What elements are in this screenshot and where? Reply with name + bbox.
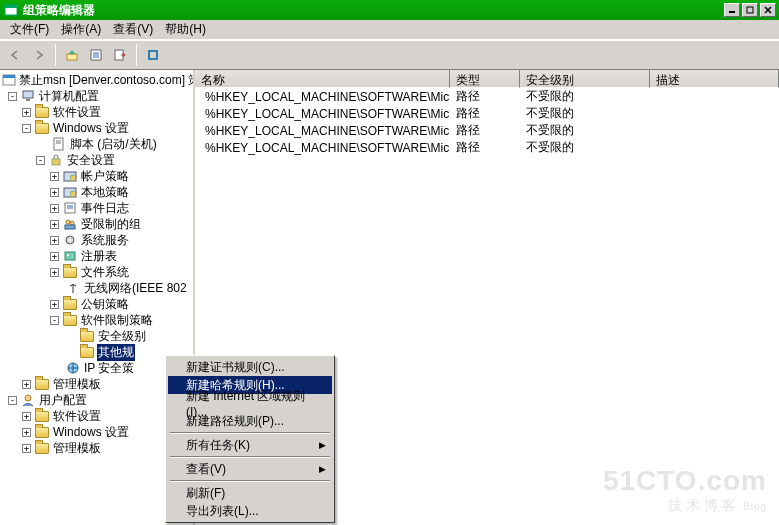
expand-icon[interactable]: + <box>50 172 59 181</box>
gear-icon <box>62 232 78 248</box>
col-type[interactable]: 类型 <box>450 70 520 88</box>
svg-rect-17 <box>54 138 63 150</box>
context-menu: 新建证书规则(C)... 新建哈希规则(H)... 新建 Internet 区域… <box>165 355 335 523</box>
col-name[interactable]: 名称 <box>195 70 450 88</box>
rule-type: 路径 <box>450 139 520 156</box>
folder-icon <box>34 104 50 120</box>
ctx-export-list[interactable]: 导出列表(L)... <box>168 502 332 520</box>
minimize-button[interactable] <box>724 3 740 17</box>
expand-icon[interactable]: + <box>50 252 59 261</box>
expand-icon[interactable]: + <box>50 204 59 213</box>
policy-folder-icon <box>62 184 78 200</box>
folder-icon <box>34 424 50 440</box>
folder-icon <box>34 408 50 424</box>
tree-root[interactable]: 禁止msn [Denver.contoso.com] 策 <box>0 72 193 88</box>
ctx-separator <box>170 480 330 482</box>
tree-account-policy[interactable]: +帐户策略 <box>0 168 193 184</box>
rule-type: 路径 <box>450 88 520 105</box>
list-row[interactable]: %HKEY_LOCAL_MACHINE\SOFTWARE\Micro... 路径… <box>195 139 779 156</box>
ctx-new-cert-rule[interactable]: 新建证书规则(C)... <box>168 358 332 376</box>
folder-icon <box>62 296 78 312</box>
close-button[interactable] <box>760 3 776 17</box>
tree-wireless[interactable]: 无线网络(IEEE 802 <box>0 280 193 296</box>
folder-icon <box>34 120 50 136</box>
script-icon <box>51 136 67 152</box>
refresh-button[interactable] <box>142 44 164 66</box>
collapse-icon[interactable]: - <box>22 124 31 133</box>
tree-computer-config[interactable]: -计算机配置 <box>0 88 193 104</box>
collapse-icon[interactable]: - <box>8 92 17 101</box>
tree-security-level[interactable]: 安全级别 <box>0 328 193 344</box>
tree-local-policy[interactable]: +本地策略 <box>0 184 193 200</box>
menu-file[interactable]: 文件(F) <box>4 19 55 40</box>
list-body: %HKEY_LOCAL_MACHINE\SOFTWARE\Micro... 路径… <box>195 88 779 156</box>
expand-icon[interactable]: + <box>50 220 59 229</box>
tree-registry[interactable]: +注册表 <box>0 248 193 264</box>
ctx-new-internet-rule[interactable]: 新建 Internet 区域规则(I)... <box>168 394 332 412</box>
rule-security: 不受限的 <box>520 139 650 156</box>
policy-folder-icon <box>62 168 78 184</box>
tree-software-settings[interactable]: +软件设置 <box>0 104 193 120</box>
ctx-all-tasks[interactable]: 所有任务(K)▶ <box>168 436 332 454</box>
back-button[interactable] <box>4 44 26 66</box>
col-desc[interactable]: 描述 <box>650 70 779 88</box>
up-button[interactable] <box>61 44 83 66</box>
collapse-icon[interactable]: - <box>8 396 17 405</box>
rule-security: 不受限的 <box>520 122 650 139</box>
ctx-view[interactable]: 查看(V)▶ <box>168 460 332 478</box>
toolbar-separator <box>136 44 137 66</box>
list-row[interactable]: %HKEY_LOCAL_MACHINE\SOFTWARE\Micro... 路径… <box>195 88 779 105</box>
tree-file-system[interactable]: +文件系统 <box>0 264 193 280</box>
tree-pubkey-policy[interactable]: +公钥策略 <box>0 296 193 312</box>
registry-icon <box>62 248 78 264</box>
svg-rect-30 <box>65 225 75 229</box>
menu-action[interactable]: 操作(A) <box>55 19 107 40</box>
tree-windows-settings[interactable]: -Windows 设置 <box>0 120 193 136</box>
svg-point-29 <box>70 221 74 225</box>
svg-point-28 <box>66 220 70 224</box>
folder-icon <box>79 328 95 344</box>
rule-type: 路径 <box>450 122 520 139</box>
tree-system-services[interactable]: +系统服务 <box>0 232 193 248</box>
folder-icon <box>62 312 78 328</box>
list-row[interactable]: %HKEY_LOCAL_MACHINE\SOFTWARE\Micro... 路径… <box>195 105 779 122</box>
svg-rect-14 <box>3 75 15 78</box>
rule-name: %HKEY_LOCAL_MACHINE\SOFTWARE\Micro... <box>205 90 450 104</box>
svg-rect-6 <box>67 54 77 60</box>
menu-help[interactable]: 帮助(H) <box>159 19 212 40</box>
expand-icon[interactable]: + <box>22 108 31 117</box>
expand-icon[interactable]: + <box>50 236 59 245</box>
expand-icon[interactable]: + <box>50 300 59 309</box>
toolbar-separator <box>55 44 56 66</box>
list-header: 名称 类型 安全级别 描述 <box>195 70 779 88</box>
properties-button[interactable] <box>85 44 107 66</box>
expand-icon[interactable]: + <box>22 380 31 389</box>
computer-icon <box>20 88 36 104</box>
ctx-new-path-rule[interactable]: 新建路径规则(P)... <box>168 412 332 430</box>
expand-icon[interactable]: + <box>22 412 31 421</box>
folder-icon <box>79 344 95 360</box>
forward-button[interactable] <box>28 44 50 66</box>
expand-icon[interactable]: + <box>50 188 59 197</box>
export-button[interactable] <box>109 44 131 66</box>
tree-security-settings[interactable]: -安全设置 <box>0 152 193 168</box>
expand-icon[interactable]: + <box>22 428 31 437</box>
tree-scripts[interactable]: 脚本 (启动/关机) <box>0 136 193 152</box>
rule-security: 不受限的 <box>520 105 650 122</box>
submenu-arrow-icon: ▶ <box>319 464 326 474</box>
col-security[interactable]: 安全级别 <box>520 70 650 88</box>
wireless-icon <box>65 280 81 296</box>
svg-rect-33 <box>65 252 75 260</box>
expand-icon[interactable]: + <box>22 444 31 453</box>
tree-software-restrict[interactable]: -软件限制策略 <box>0 312 193 328</box>
rule-name: %HKEY_LOCAL_MACHINE\SOFTWARE\Micro... <box>205 107 450 121</box>
menu-view[interactable]: 查看(V) <box>107 19 159 40</box>
expand-icon[interactable]: + <box>50 268 59 277</box>
collapse-icon[interactable]: - <box>36 156 45 165</box>
list-row[interactable]: %HKEY_LOCAL_MACHINE\SOFTWARE\Micro... 路径… <box>195 122 779 139</box>
maximize-button[interactable] <box>742 3 758 17</box>
collapse-icon[interactable]: - <box>50 316 59 325</box>
ctx-refresh[interactable]: 刷新(F) <box>168 484 332 502</box>
tree-restricted-groups[interactable]: +受限制的组 <box>0 216 193 232</box>
tree-event-log[interactable]: +事件日志 <box>0 200 193 216</box>
